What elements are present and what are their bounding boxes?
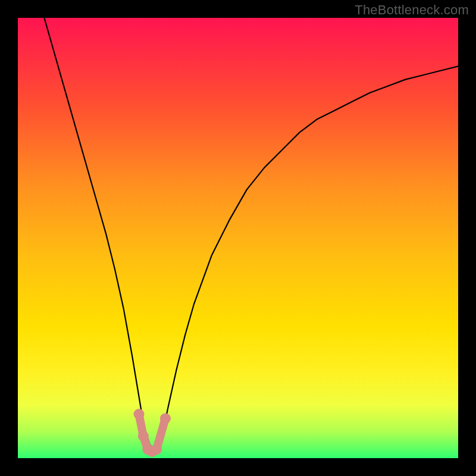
marker-right-knee: [160, 413, 171, 424]
marker-left-knee-bot: [138, 431, 149, 441]
chart-svg: [0, 0, 476, 476]
marker-trough-right: [151, 444, 162, 455]
watermark-text: TheBottleneck.com: [355, 2, 469, 18]
chart-frame: { "watermark": "TheBottleneck.com", "col…: [0, 0, 476, 476]
marker-left-knee-top: [134, 409, 145, 419]
